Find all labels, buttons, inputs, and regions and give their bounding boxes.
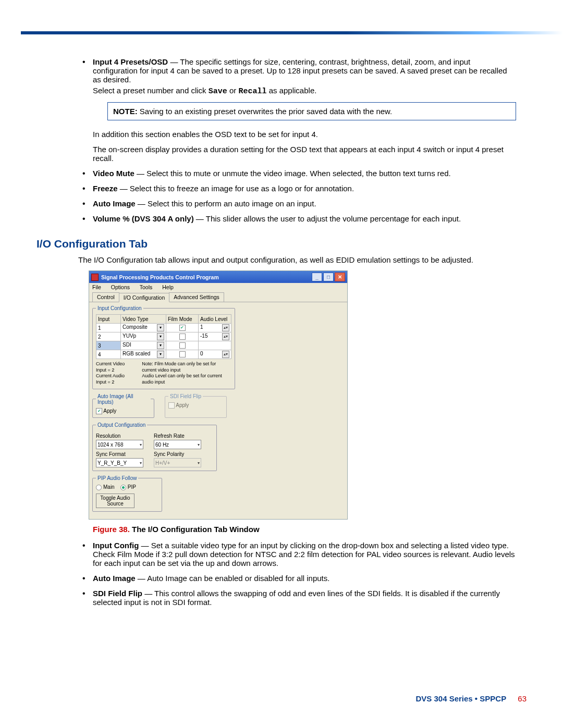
- hdr-input: Input: [96, 315, 121, 324]
- bullet-freeze: Freeze — Select this to freeze an image …: [78, 184, 516, 193]
- tab-content: Input Configuration Input Video Type Fil…: [89, 302, 347, 519]
- bullet-volume: Volume % (DVS 304 A only) — This slider …: [78, 214, 516, 223]
- tabs: Control I/O Configuration Advanced Setti…: [89, 291, 347, 302]
- output-config-group: Output Configuration Resolution 1024 x 7…: [92, 422, 217, 471]
- main-content: Input 4 Presets/OSD — The specific setti…: [78, 57, 516, 607]
- audio-level-spinner[interactable]: 1▴▾: [199, 324, 231, 332]
- input-config-group: Input Configuration Input Video Type Fil…: [92, 305, 235, 389]
- video-type-select[interactable]: SDI▾: [121, 341, 166, 350]
- sync-format-select[interactable]: Y_R_Y_B_Y▾: [96, 458, 143, 467]
- bullet-auto-image2: Auto Image — Auto Image can be enabled o…: [78, 574, 516, 583]
- top-bullets: Input 4 Presets/OSD — The specific setti…: [78, 57, 516, 223]
- note-label: NOTE:: [113, 107, 138, 116]
- menu-tools[interactable]: Tools: [140, 284, 153, 290]
- page-number: 63: [518, 694, 527, 703]
- menu-file[interactable]: File: [92, 284, 101, 290]
- figure-label: Figure 38.: [93, 525, 132, 534]
- apply-label: Apply: [103, 408, 116, 414]
- sync-polarity-label: Sync Polarity: [154, 451, 201, 457]
- film-mode-checkbox[interactable]: [166, 341, 199, 350]
- chevron-down-icon: ▾: [140, 461, 142, 465]
- menu-help[interactable]: Help: [162, 284, 174, 290]
- sync-format-label: Sync Format: [96, 451, 143, 457]
- note-box: NOTE: Saving to an existing preset overw…: [107, 102, 516, 120]
- chevron-down-icon: ▾: [157, 324, 164, 331]
- hdr-video-type: Video Type: [121, 315, 166, 324]
- auto-image-group: Auto Image (All Inputs) Apply: [92, 393, 154, 418]
- preset-suffix: as applicable.: [267, 86, 317, 95]
- hdr-audio-level: Audio Level: [199, 315, 231, 324]
- table-row: 4 RGB scaled▾ 0▴▾: [96, 350, 231, 359]
- audio-level-spinner[interactable]: -15▴▾: [199, 332, 231, 341]
- section-heading: I/O Configuration Tab: [36, 238, 516, 250]
- pip-radio[interactable]: [120, 485, 126, 490]
- resolution-label: Resolution: [96, 433, 143, 439]
- footer-label: DVS 304 Series • SPPCP: [415, 694, 506, 703]
- top-gradient: [21, 31, 563, 34]
- video-type-select[interactable]: Composite▾: [121, 324, 166, 332]
- sdi-flip-checkbox: [168, 402, 175, 409]
- auto-image-legend: Auto Image (All Inputs): [96, 393, 151, 405]
- section-intro: The I/O Configuration tab allows input a…: [78, 255, 516, 264]
- table-row: 2 YUVp▾ -15▴▾: [96, 332, 231, 341]
- figure-text: The I/O Configuration Tab Window: [132, 525, 260, 534]
- auto-image-checkbox[interactable]: [96, 408, 102, 414]
- audio-level-spinner[interactable]: 0▴▾: [199, 350, 231, 359]
- chevron-down-icon: ▾: [198, 442, 200, 447]
- save-keyword: Save: [209, 87, 227, 96]
- video-type-select[interactable]: YUVp▾: [121, 332, 166, 341]
- main-radio[interactable]: [96, 485, 102, 490]
- audio-level-spinner[interactable]: [199, 341, 231, 350]
- minimize-button[interactable]: _: [312, 273, 322, 281]
- pip-legend: PIP Audio Follow: [96, 475, 138, 481]
- bullet-sdi-flip: SDI Field Flip — This control allows the…: [78, 589, 516, 607]
- input-config-legend: Input Configuration: [96, 305, 143, 311]
- window-title: Signal Processing Products Control Progr…: [101, 274, 219, 280]
- bullet-video-mute: Video Mute — Select this to mute or unmu…: [78, 169, 516, 178]
- input-notes: Current Video Input = 2 Current Audio In…: [96, 361, 231, 386]
- sync-polarity-select: H+/V+▾: [154, 458, 201, 467]
- figure-caption: Figure 38. The I/O Configuration Tab Win…: [93, 525, 516, 534]
- menu-options[interactable]: Options: [111, 284, 130, 290]
- bullet-input4: Input 4 Presets/OSD — The specific setti…: [78, 57, 516, 163]
- page-footer: DVS 304 Series • SPPCP 63: [415, 694, 527, 703]
- bullet-auto-image: Auto Image — Select this to perform an a…: [78, 199, 516, 208]
- osd-p1: In addition this section enables the OSD…: [93, 130, 516, 139]
- apply-label: Apply: [176, 402, 189, 408]
- video-type-select[interactable]: RGB scaled▾: [121, 350, 166, 359]
- toggle-audio-button[interactable]: Toggle Audio Source: [96, 493, 134, 508]
- note-text: Saving to an existing preset overwrites …: [138, 107, 393, 116]
- preset-or: or: [227, 86, 239, 95]
- chevron-down-icon: ▾: [140, 442, 142, 447]
- table-row: 1 Composite▾ 1▴▾: [96, 324, 231, 332]
- resolution-select[interactable]: 1024 x 768▾: [96, 440, 143, 449]
- tab-advanced[interactable]: Advanced Settings: [169, 292, 224, 302]
- chevron-down-icon: ▾: [157, 351, 164, 358]
- pip-group: PIP Audio Follow Main PIP Toggle Audio S…: [92, 475, 162, 512]
- maximize-button[interactable]: □: [323, 273, 334, 281]
- refresh-select[interactable]: 60 Hz▾: [154, 440, 201, 449]
- refresh-label: Refresh Rate: [154, 433, 201, 439]
- chevron-down-icon: ▾: [157, 342, 164, 349]
- sdi-flip-legend: SDI Field Flip: [168, 393, 203, 399]
- film-mode-checkbox[interactable]: [166, 324, 199, 332]
- app-icon: [91, 274, 99, 281]
- recall-keyword: Recall: [238, 87, 266, 96]
- close-button[interactable]: ✕: [335, 273, 345, 281]
- input-config-table: Input Video Type Film Mode Audio Level 1…: [96, 314, 231, 359]
- osd-p2: The on-screen display provides a duratio…: [93, 145, 516, 163]
- film-mode-checkbox[interactable]: [166, 350, 199, 359]
- menubar: File Options Tools Help: [89, 283, 347, 291]
- titlebar: Signal Processing Products Control Progr…: [89, 271, 347, 283]
- preset-prefix: Select a preset number and click: [93, 86, 209, 95]
- tab-control[interactable]: Control: [92, 292, 119, 302]
- bullet-input-config: Input Config — Set a suitable video type…: [78, 541, 516, 567]
- app-window: Signal Processing Products Control Progr…: [89, 270, 348, 520]
- film-mode-checkbox[interactable]: [166, 332, 199, 341]
- sdi-flip-group: SDI Field Flip Apply: [165, 393, 227, 418]
- table-row: 3 SDI▾: [96, 341, 231, 350]
- tab-io-config[interactable]: I/O Configuration: [119, 293, 169, 302]
- chevron-down-icon: ▾: [198, 461, 200, 465]
- chevron-down-icon: ▾: [157, 333, 164, 340]
- output-config-legend: Output Configuration: [96, 422, 147, 428]
